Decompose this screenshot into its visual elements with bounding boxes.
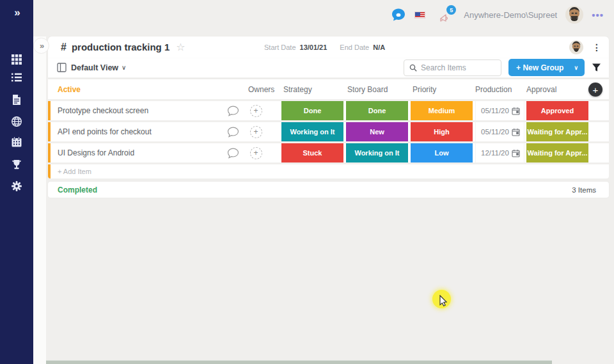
end-date-value[interactable]: N/A: [373, 44, 385, 51]
mouse-cursor-icon: [439, 295, 448, 306]
completed-group-label[interactable]: Completed: [48, 186, 97, 194]
calendar-picker-icon[interactable]: [512, 128, 520, 136]
board-title: production tracking 1: [72, 42, 169, 52]
board-dates: Start Date 13/01/21 End Date N/A: [264, 36, 394, 58]
completed-items-count: 3 Items: [572, 186, 609, 194]
notification-badge[interactable]: 5: [446, 5, 456, 15]
search-input[interactable]: [421, 63, 491, 72]
top-bar: 5 Anywhere-Demo\Supreet •••: [33, 0, 614, 29]
new-group-label[interactable]: + New Group: [508, 63, 570, 72]
collapse-panel-icon[interactable]: »: [33, 38, 49, 54]
filter-funnel-icon[interactable]: [592, 63, 601, 72]
apps-grid-icon[interactable]: [11, 54, 22, 65]
production-date-cell[interactable]: 05/11/20: [475, 122, 524, 141]
favorite-star-icon[interactable]: ☆: [176, 41, 185, 53]
document-icon[interactable]: [11, 94, 22, 106]
add-item-button[interactable]: + Add Item: [48, 164, 609, 178]
board-toolbar: Default View ∨ + New Group ∨: [48, 58, 609, 78]
start-date-value[interactable]: 13/01/21: [300, 44, 327, 51]
column-header-approval[interactable]: Approval: [526, 85, 556, 94]
sidebar-expand-icon[interactable]: »: [0, 6, 33, 19]
story-board-status-pill[interactable]: New: [346, 122, 408, 141]
task-list-icon[interactable]: [11, 72, 22, 83]
background-window-edge: [46, 360, 552, 364]
priority-status-pill[interactable]: High: [411, 122, 473, 141]
comment-bubble-icon[interactable]: [221, 143, 244, 162]
end-date-label: End Date: [340, 44, 369, 51]
column-header-strategy[interactable]: Strategy: [283, 85, 312, 94]
search-icon: [409, 64, 417, 72]
story-board-status-pill[interactable]: Done: [346, 101, 408, 120]
add-column-button[interactable]: +: [588, 83, 602, 97]
announcements-icon[interactable]: 5: [439, 6, 455, 24]
story-board-status-pill[interactable]: Working on It: [346, 143, 408, 162]
table-row[interactable]: UI Designs for Android + Stuck Working o…: [48, 143, 609, 162]
item-name[interactable]: UI Designs for Android: [51, 143, 221, 162]
calendar-icon[interactable]: [11, 136, 22, 148]
view-type-icon: [57, 63, 67, 72]
add-owner-button[interactable]: +: [244, 101, 267, 120]
production-date-value: 12/11/20: [481, 149, 509, 157]
globe-icon[interactable]: [11, 116, 22, 127]
more-menu-icon[interactable]: •••: [592, 10, 604, 20]
language-flag-icon[interactable]: [414, 12, 425, 19]
comment-bubble-icon[interactable]: [221, 122, 244, 141]
trophy-icon[interactable]: [11, 159, 22, 170]
new-group-button[interactable]: + New Group ∨: [508, 59, 585, 76]
priority-status-pill[interactable]: Medium: [411, 101, 473, 120]
view-selector[interactable]: Default View: [71, 63, 118, 72]
calendar-picker-icon[interactable]: [512, 149, 520, 157]
item-name[interactable]: API end points for checkout: [51, 122, 221, 141]
table-row[interactable]: API end points for checkout + Working on…: [48, 122, 609, 141]
approval-status-pill[interactable]: Approved: [526, 101, 588, 120]
chat-bubble-icon[interactable]: [391, 7, 406, 22]
group-name-label[interactable]: Active: [58, 85, 81, 94]
board-header: » # production tracking 1 ☆ Start Date 1…: [48, 36, 609, 58]
item-name[interactable]: Prototype checkout screen: [51, 101, 221, 120]
strategy-status-pill[interactable]: Done: [281, 101, 343, 120]
comment-bubble-icon[interactable]: [221, 101, 244, 120]
column-header-story-board[interactable]: Story Board: [347, 85, 388, 94]
table-row[interactable]: Prototype checkout screen + Done Done Me…: [48, 101, 609, 120]
start-date-label: Start Date: [264, 44, 296, 51]
strategy-status-pill[interactable]: Working on It: [281, 122, 343, 141]
board-member-avatar[interactable]: [569, 40, 583, 54]
app-sidebar: »: [0, 0, 33, 364]
column-header-priority[interactable]: Priority: [413, 85, 436, 94]
production-date-cell[interactable]: 05/11/20: [475, 101, 524, 120]
board-card: » # production tracking 1 ☆ Start Date 1…: [48, 36, 609, 178]
board-menu-icon[interactable]: ⋮: [592, 42, 601, 52]
add-owner-button[interactable]: +: [244, 143, 267, 162]
priority-status-pill[interactable]: Low: [411, 143, 473, 162]
collapsed-panel-edge: [33, 36, 46, 364]
column-header-production[interactable]: Production: [475, 85, 512, 94]
completed-group-bar[interactable]: Completed 3 Items: [48, 182, 609, 198]
production-date-cell[interactable]: 12/11/20: [475, 143, 524, 162]
user-avatar[interactable]: [565, 6, 583, 24]
search-box[interactable]: [404, 59, 501, 76]
channel-hash-icon: #: [61, 42, 67, 53]
production-date-value: 05/11/20: [481, 107, 509, 115]
production-date-value: 05/11/20: [481, 128, 509, 136]
calendar-picker-icon[interactable]: [512, 107, 520, 115]
column-header-owners[interactable]: Owners: [248, 85, 274, 94]
approval-status-pill[interactable]: Waiting for Appr...: [526, 143, 588, 162]
settings-gear-icon[interactable]: [11, 180, 22, 192]
add-owner-button[interactable]: +: [244, 122, 267, 141]
view-chevron-icon[interactable]: ∨: [122, 64, 126, 71]
username-label: Anywhere-Demo\Supreet: [464, 10, 557, 20]
approval-status-pill[interactable]: Waiting for Appr...: [526, 122, 588, 141]
strategy-status-pill[interactable]: Stuck: [281, 143, 343, 162]
new-group-chevron-icon[interactable]: ∨: [570, 65, 585, 71]
group-header-row: Active Owners Strategy Story Board Prior…: [48, 79, 609, 99]
